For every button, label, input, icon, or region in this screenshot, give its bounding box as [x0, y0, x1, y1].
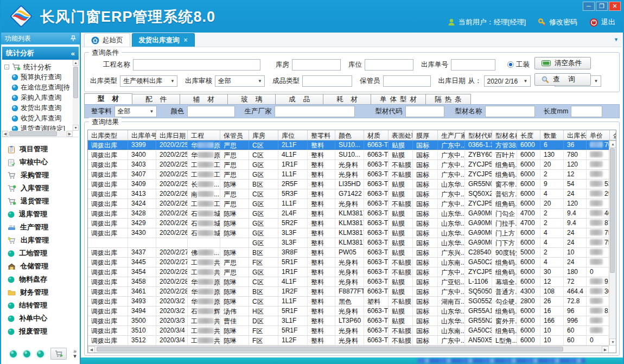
table-row[interactable]: 调拨出库34452020/2/27工共工程严思F区5R1F整料光身料6063-T…: [88, 258, 616, 267]
table-row[interactable]: 调拨出库34002020/2/25华原...严思C区4L1F整料SU10...6…: [88, 150, 616, 160]
sidebar-item-出库管理[interactable]: 出库管理: [1, 234, 80, 247]
table-row[interactable]: 调拨出库34242020/2/26工工程严思G区1L1F整料光身料6063-T5…: [88, 199, 616, 209]
sidebar-item-入库管理[interactable]: 入库管理: [1, 182, 80, 195]
minimize-button[interactable]: ─: [583, 2, 595, 11]
table-row[interactable]: 调拨出库34092020/2/25长...陈琳B区2R5F整料LI35HD606…: [88, 180, 616, 189]
scroll-down-icon[interactable]: ▼: [73, 125, 79, 131]
material-tab-玻璃[interactable]: 玻璃: [228, 94, 276, 105]
sidebar-more-button[interactable]: »▾: [73, 349, 77, 359]
tree-item-3[interactable]: 采购入库查询: [4, 93, 72, 103]
tab-list-dropdown-icon[interactable]: ▼: [614, 37, 619, 42]
table-row[interactable]: 调拨出库34542020/2/28工共工程严思G区1R1F整料光身料6063-T…: [88, 267, 616, 277]
tree-item-1[interactable]: 预算执行查询: [4, 72, 72, 82]
sidebar-item-仓储管理[interactable]: 仓储管理: [1, 260, 80, 273]
maker-input[interactable]: [275, 106, 355, 117]
location-input[interactable]: [365, 59, 413, 71]
column-header-颜色[interactable]: 颜色: [335, 130, 364, 140]
material-tab-耗材[interactable]: 耗材: [323, 94, 371, 105]
tree-horizontal-scrollbar[interactable]: ◀ ▶: [2, 131, 73, 137]
column-header-库房[interactable]: 库房: [249, 130, 278, 140]
warehouse-input[interactable]: [292, 59, 341, 71]
column-header-库位[interactable]: 库位: [278, 130, 308, 140]
table-row[interactable]: 调拨出库34612020/2/28华原...陈琳B区1R2F整料F8877FT6…: [88, 287, 616, 297]
tree-hscroll-thumb[interactable]: [9, 131, 57, 136]
column-header-材质[interactable]: 材质: [364, 130, 389, 140]
sidebar-item-退货管理[interactable]: 退货管理: [1, 195, 80, 208]
table-row[interactable]: 调拨出库34072020/2/25工工程严思G区1L1F整料光身料6063-T5…: [88, 170, 616, 180]
table-row[interactable]: 调拨出库35122020/3/4工共工程陈琳F区1L2F整料光身料6063-T5…: [88, 336, 616, 346]
table-row[interactable]: 调拨出库34932020/3/2华原...陈琳C区1L1F整料黑色塑料不贴膜国标…: [88, 297, 616, 306]
column-header-长度[interactable]: 长度: [517, 130, 540, 140]
column-header-出库日期[interactable]: 出库日期: [156, 130, 188, 140]
date-from-select[interactable]: 2020/ 2/16▼: [484, 75, 531, 87]
close-button[interactable]: ✕: [609, 2, 621, 11]
column-header-膜厚[interactable]: 膜厚: [413, 130, 438, 140]
table-row[interactable]: 调拨出库34292020/2/26石城陈琳G区5R2F整料KLM38176063…: [88, 219, 616, 228]
tree-item-4[interactable]: 发货出库查询: [4, 103, 72, 113]
tree-vscroll-thumb[interactable]: [73, 67, 78, 98]
sidebar-section-header[interactable]: 统计分析 «: [2, 47, 79, 60]
table-row[interactable]: 调拨出库34302020/2/26石城陈琳G区3L3F整料KLM38176063…: [88, 228, 616, 238]
project-name-input[interactable]: [133, 59, 260, 71]
column-header-单价[interactable]: 单价: [587, 130, 610, 140]
sidebar-item-物料盘存[interactable]: 物料盘存: [1, 273, 80, 286]
search-button[interactable]: 查 询: [534, 73, 591, 86]
table-row[interactable]: 调拨出库34942020/3/2石辉城汤伟H区5R1F整料光身料6063-T5贴…: [88, 306, 616, 316]
order-no-input[interactable]: [451, 59, 495, 71]
material-tab-隔热条[interactable]: 隔热条: [426, 94, 471, 105]
sidebar-item-工地管理[interactable]: 工地管理: [1, 247, 80, 260]
audit-select[interactable]: 全部▼: [215, 75, 265, 87]
column-header-出库类型[interactable]: 出库类型: [88, 130, 128, 140]
tree-expander-icon[interactable]: -: [4, 65, 9, 69]
whole-part-select[interactable]: 全部▼: [114, 106, 157, 117]
grid-horizontal-scrollbar[interactable]: ◀ ▶: [88, 346, 609, 353]
sidebar-item-结转管理[interactable]: 结转管理: [1, 299, 80, 312]
profile-name-input[interactable]: [485, 106, 535, 117]
pin-icon[interactable]: [71, 35, 76, 42]
table-row[interactable]: 调拨出库35002020/3/3工共工程曹佳D区3L1F整料LT3P606063…: [88, 316, 616, 326]
radio-gongzhuang[interactable]: 工装: [507, 60, 530, 69]
logout-button[interactable]: 退出: [589, 17, 615, 27]
scroll-left-icon[interactable]: ◀: [2, 131, 8, 137]
column-header-工程[interactable]: 工程: [188, 130, 220, 140]
column-header-数量[interactable]: 数量: [540, 130, 564, 140]
table-row[interactable]: 调拨出库35102020/3/4工共工程陈琳F区5R1F整料光身料6063-T5…: [88, 326, 616, 336]
table-row[interactable]: 调拨出库34372020/2/27佛...陈琳B区3R8F整料PW056063-…: [88, 248, 616, 258]
scroll-left-icon[interactable]: ◀: [88, 346, 95, 353]
sidebar-item-项目管理[interactable]: 项目管理: [1, 143, 80, 156]
scroll-right-icon[interactable]: ▶: [67, 131, 73, 137]
tab-起始页[interactable]: 起始页: [84, 33, 130, 47]
tree-item-2[interactable]: 在途信息查询[待: [4, 82, 72, 93]
column-header-金额[interactable]: 金额: [610, 130, 616, 140]
tab-发货出库查询[interactable]: 发货出库查询×: [132, 33, 195, 47]
material-tab-配件[interactable]: 配件: [132, 94, 180, 105]
material-tab-辅材[interactable]: 辅材: [180, 94, 228, 105]
table-row[interactable]: 调拨出库34582020/2/28华原...陈琳C区4L1F整料光身料6063-…: [88, 277, 616, 287]
table-row[interactable]: G区3L3F整料KLM38176063-T5贴膜国标山东华...GA90M09.…: [88, 238, 616, 248]
material-tab-单体型材[interactable]: 单体型材: [371, 94, 426, 105]
cart-shortcut-button[interactable]: [50, 348, 67, 360]
dot-icon[interactable]: [23, 350, 30, 357]
scroll-up-icon[interactable]: ▲: [73, 60, 79, 66]
material-tab-成品[interactable]: 成品: [276, 94, 323, 105]
sidebar-item-报废管理[interactable]: 报废管理: [1, 325, 80, 338]
scroll-right-icon[interactable]: ▶: [602, 346, 609, 353]
table-row[interactable]: 调拨出库33992020/2/25华原...严思C区2L1F整料SU10...6…: [88, 141, 616, 150]
table-row[interactable]: 调拨出库34032020/2/25工工程严思G区1R1F整料光身料6063-T5…: [88, 160, 616, 170]
clear-conditions-button[interactable]: 清空条件: [534, 57, 591, 69]
tree-item-5[interactable]: 收货入库查询: [4, 113, 72, 124]
tree-root-statistics[interactable]: -统计分析: [4, 62, 72, 72]
sidebar-item-补单中心[interactable]: 补单中心: [1, 312, 80, 325]
column-header-出库长度[interactable]: 出库长度: [564, 130, 587, 140]
grid-vscroll-thumb[interactable]: [610, 148, 615, 273]
material-tab-型材[interactable]: 型材: [84, 93, 132, 105]
maximize-button[interactable]: ❐: [596, 2, 608, 11]
tree-item-6[interactable]: 退货查询[待定]: [4, 124, 72, 131]
scroll-up-icon[interactable]: ▲: [609, 141, 616, 148]
collapse-chevron-icon[interactable]: «: [71, 49, 75, 58]
column-header-型材名称[interactable]: 型材名称: [492, 130, 517, 140]
dot-icon[interactable]: [37, 350, 44, 357]
keeper-input[interactable]: [383, 75, 431, 87]
grid-vertical-scrollbar[interactable]: ▲ ▼: [609, 141, 616, 346]
tree-vertical-scrollbar[interactable]: ▲ ▼: [73, 60, 79, 131]
